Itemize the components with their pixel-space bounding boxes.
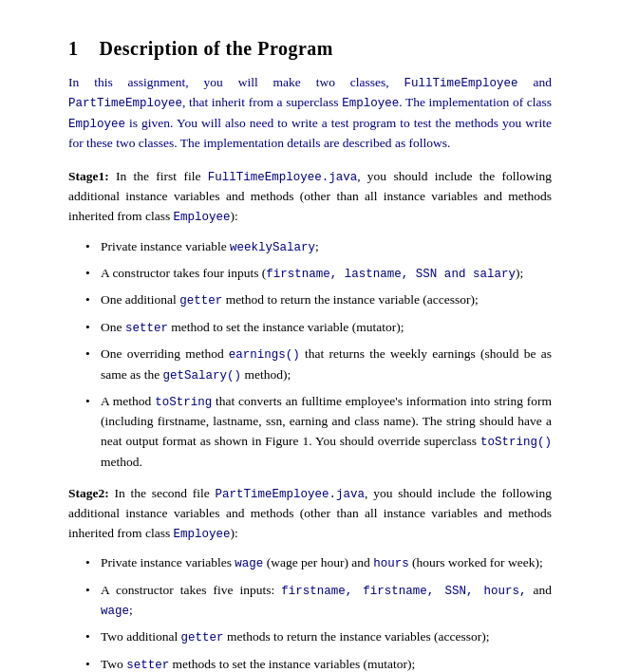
stage1-intro: Stage1: In the first file FullTimeEmploy… (68, 167, 552, 228)
list-item: One overriding method earnings() that re… (85, 345, 552, 385)
getter2-code: getter (181, 631, 224, 644)
tostring-code: toString (155, 396, 212, 409)
stage2-label: Stage2: (68, 486, 109, 500)
list-item: One additional getter method to return t… (85, 290, 552, 310)
wage-param-code: wage (101, 605, 129, 618)
stage1-class: Employee (174, 211, 231, 224)
stage2-intro: Stage2: In the second file PartTimeEmplo… (68, 484, 552, 545)
class-parttime-inline: PartTimeEmployee (68, 97, 182, 110)
stage1-list: Private instance variable weeklySalary; … (85, 237, 552, 473)
section-number: 1 (68, 38, 79, 59)
constructor-params-code: firstname, lastname, SSN and salary (266, 268, 516, 281)
list-item: A method toString that converts an fullt… (85, 392, 552, 473)
document-container: 1 Description of the Program In this ass… (68, 38, 552, 672)
list-item: Two additional getter methods to return … (85, 627, 552, 647)
constructor2-params-code: firstname, firstname, SSN, hours, (281, 585, 526, 598)
getter-code: getter (179, 294, 222, 308)
stage1-block: Stage1: In the first file FullTimeEmploy… (68, 167, 552, 473)
intro-paragraph: In this assignment, you will make two cl… (68, 73, 552, 154)
list-item: A constructor takes five inputs: firstna… (85, 581, 552, 622)
earnings-code: earnings() (229, 348, 300, 362)
class-employee-inline: Employee (342, 97, 399, 110)
weekly-salary-code: weeklySalary (230, 241, 315, 254)
stage2-block: Stage2: In the second file PartTimeEmplo… (68, 484, 552, 672)
list-item: One setter method to set the instance va… (85, 318, 552, 338)
hours-code: hours (373, 557, 409, 570)
tostring-override-code: toString() (480, 436, 552, 449)
list-item: Private instance variables wage (wage pe… (85, 553, 552, 573)
getsalary-code: getSalary() (163, 369, 242, 383)
list-item: A constructor takes four inputs (firstna… (85, 264, 552, 284)
list-item: Private instance variable weeklySalary; (85, 237, 552, 257)
section-title: Description of the Program (100, 38, 333, 59)
stage1-label: Stage1: (68, 169, 109, 183)
stage2-class: Employee (174, 528, 231, 541)
setter2-code: setter (126, 659, 169, 672)
class-fulltime-inline: FullTimeEmployee (404, 77, 518, 90)
section-heading: 1 Description of the Program (68, 38, 552, 60)
stage2-list: Private instance variables wage (wage pe… (85, 553, 552, 672)
list-item: Two setter methods to set the instance v… (85, 655, 552, 672)
stage2-file: PartTimeEmployee.java (216, 488, 366, 501)
setter-code: setter (125, 322, 168, 335)
class-employee-inline2: Employee (68, 118, 125, 131)
stage1-file: FullTimeEmployee.java (208, 171, 358, 184)
wage-code: wage (235, 557, 263, 570)
